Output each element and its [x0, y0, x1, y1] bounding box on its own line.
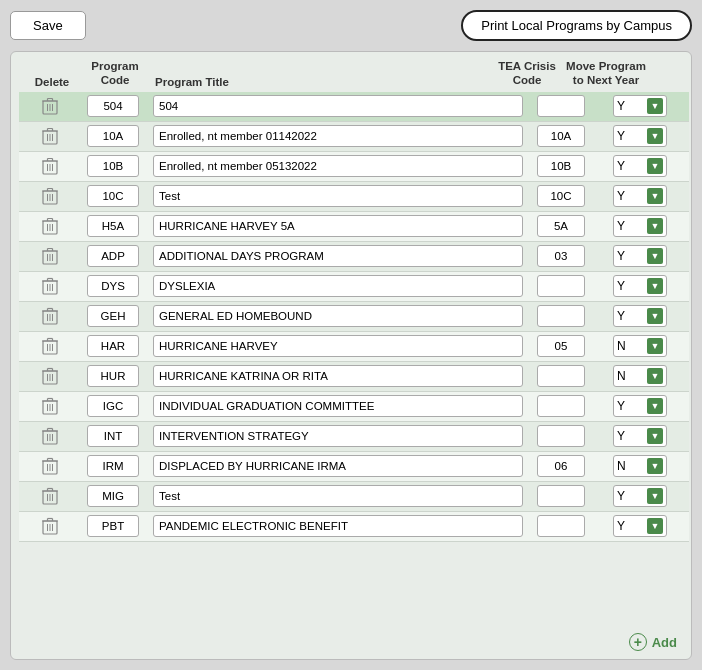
program-title-input[interactable] [153, 515, 523, 537]
move-select[interactable]: Y▼ [613, 95, 667, 117]
program-code-input[interactable] [87, 305, 139, 327]
tea-code-input[interactable] [537, 185, 585, 207]
tea-code-input[interactable] [537, 365, 585, 387]
program-code-input[interactable] [87, 365, 139, 387]
code-cell [77, 245, 149, 267]
tea-cell [527, 305, 595, 327]
program-title-input[interactable] [153, 245, 523, 267]
program-code-input[interactable] [87, 215, 139, 237]
tea-code-input[interactable] [537, 395, 585, 417]
delete-cell [23, 395, 77, 417]
trash-icon[interactable] [40, 425, 60, 447]
move-select[interactable]: N▼ [613, 455, 667, 477]
program-code-input[interactable] [87, 485, 139, 507]
program-title-input[interactable] [153, 95, 523, 117]
trash-icon[interactable] [40, 125, 60, 147]
tea-code-input[interactable] [537, 95, 585, 117]
trash-icon[interactable] [40, 305, 60, 327]
program-code-input[interactable] [87, 245, 139, 267]
trash-icon[interactable] [40, 215, 60, 237]
print-button[interactable]: Print Local Programs by Campus [461, 10, 692, 41]
dropdown-arrow-icon: ▼ [647, 188, 663, 204]
program-code-input[interactable] [87, 185, 139, 207]
tea-code-input[interactable] [537, 215, 585, 237]
program-code-input[interactable] [87, 125, 139, 147]
move-select[interactable]: Y▼ [613, 245, 667, 267]
program-title-input[interactable] [153, 395, 523, 417]
program-code-input[interactable] [87, 155, 139, 177]
move-select[interactable]: N▼ [613, 365, 667, 387]
header-program-title: Program Title [151, 76, 493, 88]
add-link[interactable]: Add [652, 635, 677, 650]
trash-icon[interactable] [40, 515, 60, 537]
program-title-input[interactable] [153, 215, 523, 237]
dropdown-arrow-icon: ▼ [647, 278, 663, 294]
program-title-input[interactable] [153, 185, 523, 207]
program-title-input[interactable] [153, 305, 523, 327]
tea-code-input[interactable] [537, 155, 585, 177]
add-icon[interactable]: + [629, 633, 647, 651]
tea-code-input[interactable] [537, 245, 585, 267]
program-code-input[interactable] [87, 95, 139, 117]
code-cell [77, 125, 149, 147]
program-code-input[interactable] [87, 515, 139, 537]
move-cell: N▼ [595, 365, 685, 387]
program-title-input[interactable] [153, 335, 523, 357]
tea-code-input[interactable] [537, 485, 585, 507]
trash-icon[interactable] [40, 365, 60, 387]
move-select[interactable]: Y▼ [613, 215, 667, 237]
move-select[interactable]: Y▼ [613, 395, 667, 417]
program-code-input[interactable] [87, 275, 139, 297]
trash-icon[interactable] [40, 245, 60, 267]
tea-code-input[interactable] [537, 305, 585, 327]
delete-cell [23, 95, 77, 117]
move-select[interactable]: Y▼ [613, 515, 667, 537]
title-cell [149, 185, 527, 207]
tea-cell [527, 125, 595, 147]
move-select[interactable]: Y▼ [613, 155, 667, 177]
program-code-input[interactable] [87, 395, 139, 417]
tea-code-input[interactable] [537, 275, 585, 297]
tea-code-input[interactable] [537, 125, 585, 147]
move-cell: N▼ [595, 455, 685, 477]
code-cell [77, 335, 149, 357]
program-title-input[interactable] [153, 365, 523, 387]
tea-cell [527, 425, 595, 447]
delete-cell [23, 245, 77, 267]
tea-code-input[interactable] [537, 335, 585, 357]
program-title-input[interactable] [153, 485, 523, 507]
tea-code-input[interactable] [537, 515, 585, 537]
table-row: Y▼ [19, 272, 689, 302]
tea-code-input[interactable] [537, 425, 585, 447]
program-title-input[interactable] [153, 275, 523, 297]
move-select[interactable]: N▼ [613, 335, 667, 357]
trash-icon[interactable] [40, 335, 60, 357]
trash-icon[interactable] [40, 275, 60, 297]
code-cell [77, 275, 149, 297]
move-select[interactable]: Y▼ [613, 185, 667, 207]
trash-icon[interactable] [40, 455, 60, 477]
trash-icon[interactable] [40, 485, 60, 507]
tea-cell [527, 245, 595, 267]
save-button[interactable]: Save [10, 11, 86, 40]
program-title-input[interactable] [153, 125, 523, 147]
move-select[interactable]: Y▼ [613, 125, 667, 147]
delete-cell [23, 335, 77, 357]
program-code-input[interactable] [87, 425, 139, 447]
tea-code-input[interactable] [537, 455, 585, 477]
trash-icon[interactable] [40, 185, 60, 207]
program-code-input[interactable] [87, 455, 139, 477]
main-panel: Delete Program Code Program Title TEA Cr… [10, 51, 692, 660]
trash-icon[interactable] [40, 155, 60, 177]
move-select[interactable]: Y▼ [613, 305, 667, 327]
trash-icon[interactable] [40, 395, 60, 417]
move-cell: Y▼ [595, 95, 685, 117]
move-select[interactable]: Y▼ [613, 485, 667, 507]
program-title-input[interactable] [153, 455, 523, 477]
move-select[interactable]: Y▼ [613, 275, 667, 297]
move-select[interactable]: Y▼ [613, 425, 667, 447]
program-title-input[interactable] [153, 425, 523, 447]
program-code-input[interactable] [87, 335, 139, 357]
program-title-input[interactable] [153, 155, 523, 177]
trash-icon[interactable] [40, 95, 60, 117]
